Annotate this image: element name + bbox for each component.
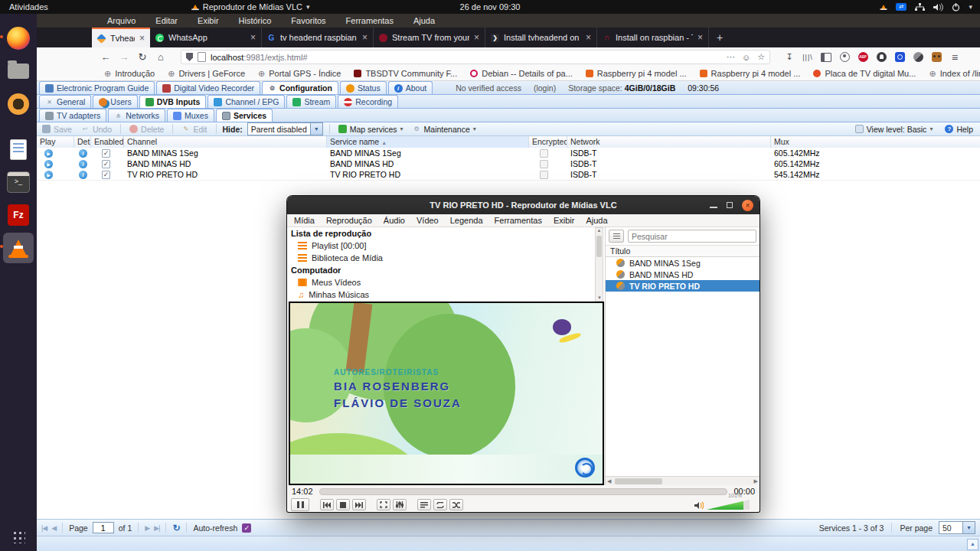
tab-epg[interactable]: Electronic Program Guide: [39, 81, 155, 94]
vlc-menu-audio[interactable]: Áudio: [384, 216, 405, 225]
tracking-protection-icon[interactable]: [186, 53, 193, 61]
seek-slider[interactable]: [319, 488, 728, 495]
tab-networks[interactable]: ⋔Networks: [108, 109, 165, 122]
volume-control[interactable]: 101%: [694, 500, 756, 510]
close-button[interactable]: ×: [742, 200, 753, 211]
dock-filezilla[interactable]: Fz: [3, 200, 34, 230]
fullscreen-button[interactable]: [377, 499, 390, 510]
menu-favoritos[interactable]: Favoritos: [291, 16, 325, 25]
forward-button[interactable]: →: [115, 51, 133, 63]
vlc-menu-reproducao[interactable]: Reprodução: [326, 216, 372, 225]
service-row[interactable]: ▶ i ✓ BAND MINAS HD BAND MINAS HD ISDB-T…: [37, 158, 980, 170]
close-tab-icon[interactable]: ×: [250, 32, 256, 43]
power-icon[interactable]: [952, 3, 960, 11]
app-menu-icon[interactable]: ≡: [949, 52, 960, 63]
tab-whatsapp[interactable]: WhatsApp ×: [150, 28, 262, 47]
refresh-icon[interactable]: ↻: [172, 523, 180, 533]
undo-button[interactable]: ↩Undo: [79, 125, 114, 134]
menu-exibir[interactable]: Exibir: [198, 16, 219, 25]
tab-install-raspbian[interactable]: ∩ Install on raspbian - Tvhe ×: [597, 28, 709, 47]
tab-channel-epg[interactable]: Channel / EPG: [207, 95, 285, 108]
downloads-icon[interactable]: ↧: [784, 52, 795, 63]
menu-ferramentas[interactable]: Ferramentas: [346, 16, 394, 25]
extended-settings-button[interactable]: [393, 499, 407, 510]
vlc-menu-video[interactable]: Vídeo: [416, 216, 439, 225]
volume-icon[interactable]: [933, 3, 943, 11]
view-level-button[interactable]: View level: Basic▾: [853, 125, 936, 134]
per-page-select[interactable]: 50▾: [939, 521, 975, 534]
tab-general[interactable]: ✕General: [39, 95, 91, 108]
details-icon[interactable]: i: [79, 149, 87, 158]
tab-google-search[interactable]: G tv headend raspbian - Pe ×: [262, 28, 374, 47]
bookmark-star-icon[interactable]: ☆: [757, 52, 765, 62]
vlc-menu-ajuda[interactable]: Ajuda: [586, 216, 607, 225]
show-applications-button[interactable]: [11, 530, 25, 543]
pocket-icon[interactable]: ☺: [742, 53, 750, 62]
bookmark-item[interactable]: Placa de TV digital Mu...: [813, 69, 916, 78]
active-app-menu[interactable]: Reprodutor de Mídias VLC ▾: [191, 2, 310, 11]
column-mux[interactable]: Mux: [771, 136, 980, 148]
column-network[interactable]: Network: [567, 136, 771, 148]
media-item[interactable]: BAND MINAS 1Seg: [606, 257, 760, 269]
close-tab-icon[interactable]: ×: [474, 32, 479, 43]
column-enabled[interactable]: Enabled: [91, 136, 124, 148]
system-menu-chevron-icon[interactable]: ▾: [969, 3, 972, 11]
home-button[interactable]: ⌂: [152, 51, 170, 63]
dock-firefox[interactable]: [3, 23, 34, 54]
edit-button[interactable]: ✎Edit: [179, 125, 209, 134]
menu-historico[interactable]: Histórico: [239, 16, 272, 25]
tampermonkey-extension-icon[interactable]: [932, 52, 942, 62]
tree-scrollbar[interactable]: ▲▼: [595, 227, 603, 302]
url-bar[interactable]: localhost:9981/extjs.html# ⋯ ☺ ☆: [181, 50, 770, 64]
media-item[interactable]: BAND MINAS HD: [606, 269, 760, 280]
prev-page-button[interactable]: ◀: [51, 524, 56, 532]
tab-stream[interactable]: Stream: [286, 95, 336, 108]
scroll-up-icon[interactable]: ▲: [967, 539, 978, 550]
menu-ajuda[interactable]: Ajuda: [413, 16, 435, 25]
teamviewer-tray-icon[interactable]: ⇄: [896, 3, 906, 11]
menu-arquivo[interactable]: Arquivo: [107, 16, 136, 25]
bookmark-item[interactable]: Raspberry pi 4 model ...: [700, 69, 801, 78]
play-icon[interactable]: ▶: [44, 160, 53, 168]
bookmark-item[interactable]: ⊕Portal GPS - Índice: [258, 69, 341, 79]
hide-select[interactable]: Parent disabled▾: [247, 122, 323, 135]
bookmark-item[interactable]: Raspberry pi 4 model ...: [586, 69, 687, 78]
first-page-button[interactable]: |◀: [41, 524, 47, 532]
column-encrypted[interactable]: Encrypted: [529, 136, 567, 148]
tab-about[interactable]: iAbout: [388, 81, 433, 94]
ghostery-extension-icon[interactable]: [877, 52, 887, 62]
tab-stream-tv[interactable]: Stream TV from your Ras ×: [374, 28, 485, 47]
video-area[interactable]: AUTORES/ROTEIRISTAS BIA ROSENBERG FLÁVIO…: [289, 302, 604, 485]
random-button[interactable]: [449, 499, 463, 510]
library-icon[interactable]: |||\: [802, 52, 813, 63]
service-row[interactable]: ▶ i ✓ TV RIO PRETO HD TV RIO PRETO HD IS…: [37, 169, 980, 181]
blue-extension-icon[interactable]: [895, 52, 905, 62]
enabled-checkbox[interactable]: ✓: [102, 160, 110, 168]
vlc-titlebar[interactable]: TV RIO PRETO HD - Reprodutor de Mídias V…: [287, 196, 760, 214]
column-play[interactable]: Play: [37, 136, 74, 148]
play-icon[interactable]: ▶: [44, 171, 53, 179]
enabled-checkbox[interactable]: ✓: [102, 149, 110, 158]
media-library-item[interactable]: Biblioteca de Mídia: [287, 252, 605, 264]
bookmark-item[interactable]: Debian -- Details of pa...: [470, 69, 573, 78]
clock[interactable]: 26 de nov 09:30: [0, 2, 980, 11]
next-page-button[interactable]: ▶: [145, 524, 149, 532]
map-services-button[interactable]: Map services▾: [336, 125, 406, 134]
volume-slider[interactable]: [707, 500, 750, 510]
tab-tv-adapters[interactable]: TV adapters: [39, 109, 106, 122]
loop-button[interactable]: [433, 499, 447, 510]
playlist-item[interactable]: Playlist [00:00]: [287, 240, 605, 252]
my-music-item[interactable]: ♫Minhas Músicas: [287, 289, 605, 301]
vlc-menu-midia[interactable]: Mídia: [294, 216, 315, 225]
minimize-button[interactable]: [710, 207, 717, 208]
new-tab-button[interactable]: +: [709, 28, 730, 47]
next-button[interactable]: [352, 499, 366, 510]
vlc-menu-ferramentas[interactable]: Ferramentas: [495, 216, 542, 225]
activities-button[interactable]: Atividades: [0, 2, 57, 11]
tab-muxes[interactable]: Muxes: [167, 109, 214, 122]
dock-camera-app[interactable]: [3, 89, 34, 119]
menu-editar[interactable]: Editar: [155, 16, 178, 25]
last-page-button[interactable]: ▶|: [154, 524, 159, 532]
page-actions-icon[interactable]: ⋯: [727, 52, 735, 62]
column-channel[interactable]: Channel: [124, 136, 327, 148]
